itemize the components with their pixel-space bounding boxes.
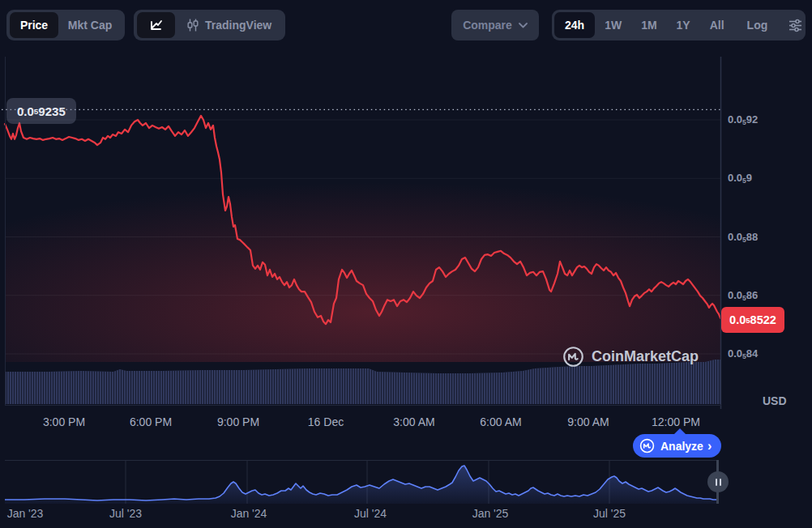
navigator-axis-label: Jul '24 [334, 507, 407, 520]
x-axis-tick: 6:00 PM [114, 415, 187, 428]
time-range-selector: 24h1W1M1YAll Log [552, 10, 806, 40]
tradingview-mode-button[interactable]: TradingView [186, 18, 271, 32]
chart-settings-button[interactable] [780, 18, 810, 33]
coinmarketcap-logo-icon [639, 438, 655, 453]
y-axis-tick: 0.0592 [728, 113, 758, 127]
range-button-all[interactable]: All [700, 19, 734, 32]
range-button-1m[interactable]: 1M [631, 19, 666, 32]
timeline-navigator[interactable] [5, 460, 718, 504]
y-axis-tick: 0.0586 [728, 288, 758, 303]
chart-style-toggle: TradingView [134, 10, 285, 40]
price-mktcap-toggle: Price Mkt Cap [6, 10, 125, 40]
compare-label: Compare [463, 19, 512, 32]
navigator-axis-label: Jul '25 [573, 507, 646, 520]
line-chart-mode-button[interactable] [137, 12, 175, 38]
high-price-label: 0.059235 [6, 98, 76, 124]
x-axis-tick: 12:00 PM [639, 415, 712, 428]
compare-button[interactable]: Compare [451, 10, 539, 40]
x-axis-tick: 6:00 AM [464, 415, 537, 428]
x-axis-tick: 16 Dec [289, 415, 362, 428]
line-chart-icon [149, 18, 164, 32]
analyze-button[interactable]: Analyze › [633, 434, 721, 458]
coinmarketcap-logo-icon [562, 346, 584, 368]
candlestick-icon [186, 18, 199, 32]
coinmarketcap-watermark: CoinMarketCap [562, 346, 699, 368]
tradingview-label: TradingView [205, 19, 271, 32]
y-axis-tick: 0.059 [728, 171, 752, 185]
range-button-24h[interactable]: 24h [554, 12, 595, 38]
analyze-label: Analyze [660, 440, 703, 453]
tab-price[interactable]: Price [10, 12, 58, 38]
currency-label: USD [763, 394, 787, 407]
watermark-text: CoinMarketCap [592, 348, 699, 365]
navigator-axis-label: Jan '24 [212, 507, 285, 520]
range-button-1w[interactable]: 1W [595, 19, 631, 32]
x-axis-tick: 3:00 PM [28, 415, 100, 428]
sliders-icon [788, 18, 803, 33]
chevron-down-icon [519, 23, 528, 28]
x-axis-tick: 9:00 AM [552, 415, 625, 428]
x-axis-tick: 3:00 AM [378, 415, 451, 428]
current-price-badge: 0.058522 [721, 307, 784, 333]
navigator-axis-label: Jan '25 [454, 507, 527, 520]
y-axis-tick: 0.0588 [728, 230, 758, 245]
x-axis-tick: 9:00 PM [202, 415, 275, 428]
log-scale-toggle[interactable]: Log [737, 19, 778, 32]
range-button-1y[interactable]: 1Y [667, 19, 700, 32]
chevron-right-icon: › [707, 439, 712, 453]
navigator-axis-label: Jul '23 [89, 507, 162, 520]
y-axis-tick: 0.0584 [728, 347, 758, 361]
navigator-handle[interactable] [707, 471, 729, 492]
range-buttons: 24h1W1M1YAll [554, 12, 734, 38]
tab-mkt-cap[interactable]: Mkt Cap [68, 19, 112, 32]
navigator-axis-label: Jan '23 [0, 507, 62, 520]
price-chart-page: Price Mkt Cap TradingView Compare 24h1W1… [0, 0, 812, 528]
